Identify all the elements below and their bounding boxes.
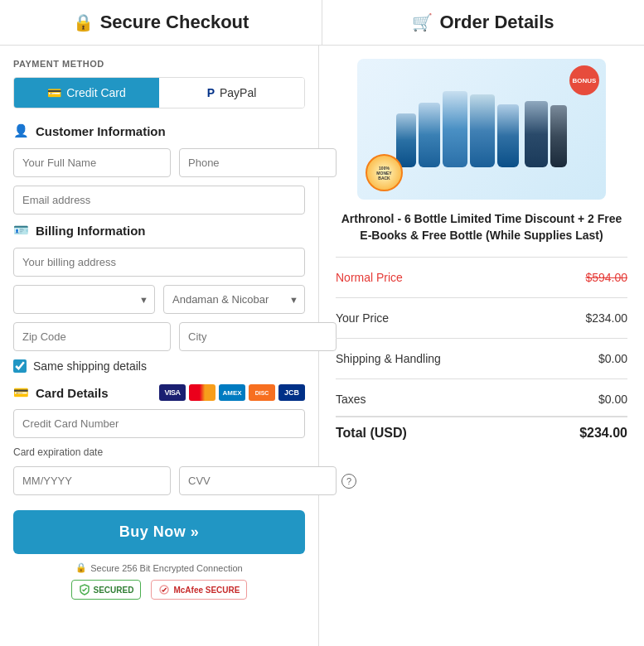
expiry-date-label: Card expiration date	[13, 446, 305, 458]
card-details-icon: 💳	[13, 385, 29, 400]
credit-card-tab[interactable]: 💳 Credit Card	[14, 78, 159, 108]
bottle-3	[443, 91, 467, 167]
product-title: Arthronol - 6 Bottle Limited Time Discou…	[336, 211, 627, 243]
full-name-input[interactable]	[13, 148, 171, 177]
mastercard-icon	[189, 384, 215, 401]
lock-icon: 🔒	[73, 12, 94, 32]
mcafee-badge-label: McAfee SECURE	[173, 586, 240, 595]
visa-icon: VISA	[159, 384, 186, 401]
jcb-icon: JCB	[278, 384, 305, 401]
divider-2	[336, 297, 627, 298]
total-label: Total (USD)	[336, 426, 407, 441]
billing-address-input[interactable]	[13, 248, 305, 277]
taxes-value: $0.00	[598, 393, 627, 406]
taxes-label: Taxes	[336, 393, 366, 406]
security-text: 🔒 Secure 256 Bit Encrypted Connection	[13, 562, 305, 573]
address-row	[13, 248, 305, 277]
guarantee-badge: 100%MONEYBACK	[366, 154, 403, 191]
normal-price-value: $594.00	[585, 271, 627, 284]
credit-card-icon: 💳	[47, 86, 61, 99]
taxes-row: Taxes $0.00	[336, 386, 627, 412]
same-shipping-label: Same shipping details	[33, 359, 147, 373]
shipping-row: Shipping & Handling $0.00	[336, 345, 627, 372]
bonus-badge: BONUS	[569, 65, 599, 95]
customer-info-title: Customer Information	[36, 124, 166, 138]
country-select-wrapper: United States India ▼	[13, 285, 155, 314]
billing-info-header: 🪪 Billing Information	[13, 223, 305, 238]
paypal-label: PayPal	[220, 86, 256, 99]
bottle-4	[470, 94, 495, 167]
same-shipping-checkbox[interactable]	[13, 359, 27, 373]
bottles-group	[396, 91, 567, 167]
card-number-row	[13, 409, 305, 438]
card-number-input[interactable]	[13, 409, 305, 438]
total-row: Total (USD) $234.00	[336, 416, 627, 449]
cart-icon: 🛒	[412, 12, 433, 32]
your-price-label: Your Price	[336, 311, 389, 325]
mcafee-icon	[158, 584, 170, 595]
payment-tabs: 💳 Credit Card P PayPal	[13, 77, 305, 108]
total-value: $234.00	[579, 426, 627, 441]
divider-4	[336, 378, 627, 379]
credit-card-label: Credit Card	[66, 86, 126, 99]
normal-price-label: Normal Price	[336, 271, 403, 284]
shield-icon	[79, 584, 90, 595]
email-input[interactable]	[13, 186, 305, 215]
discover-icon: DISC	[249, 384, 275, 401]
zip-input[interactable]	[13, 322, 171, 351]
customer-info-header: 👤 Customer Information	[13, 123, 305, 138]
product-image-container: BONUS 100%MONEYBACK	[336, 59, 627, 200]
card-section-left: 💳 Card Details	[13, 385, 109, 400]
your-price-row: Your Price $234.00	[336, 305, 627, 331]
header: 🔒 Secure Checkout 🛒 Order Details	[0, 0, 644, 46]
security-label: Secure 256 Bit Encrypted Connection	[90, 563, 242, 573]
product-image: BONUS 100%MONEYBACK	[357, 59, 606, 200]
bottle-1	[396, 113, 416, 167]
secured-badge-label: SECURED	[94, 586, 134, 595]
normal-price-row: Normal Price $594.00	[336, 264, 627, 291]
order-details-title: Order Details	[439, 12, 554, 33]
badges-row: SECURED McAfee SECURE	[13, 580, 305, 600]
right-panel: BONUS 100%MONEYBACK Arthronol - 6 Bottle…	[319, 46, 644, 646]
paypal-tab[interactable]: P PayPal	[159, 78, 304, 108]
bottle-5	[497, 104, 519, 167]
secure-checkout-header: 🔒 Secure Checkout	[0, 0, 322, 45]
divider-3	[336, 338, 627, 339]
divider-1	[336, 257, 627, 258]
secured-badge: SECURED	[71, 580, 142, 600]
state-select[interactable]: Andaman & Nicobar Andhra Pradesh	[163, 285, 305, 314]
name-phone-row	[13, 148, 305, 177]
shipping-label: Shipping & Handling	[336, 352, 441, 365]
lock-small-icon: 🔒	[75, 562, 87, 573]
expiry-input[interactable]	[13, 466, 171, 495]
city-input[interactable]	[179, 322, 337, 351]
email-row	[13, 186, 305, 215]
zip-city-row	[13, 322, 305, 351]
country-state-row: United States India ▼ Andaman & Nicobar …	[13, 285, 305, 314]
cvv-input[interactable]	[179, 466, 337, 495]
phone-input[interactable]	[179, 148, 337, 177]
card-details-header: 💳 Card Details VISA AMEX DISC JCB	[13, 384, 305, 401]
card-icons-group: VISA AMEX DISC JCB	[159, 384, 305, 401]
buy-now-button[interactable]: Buy Now »	[13, 510, 305, 554]
security-row: 🔒 Secure 256 Bit Encrypted Connection SE…	[13, 562, 305, 600]
left-panel: PAYMENT METHOD 💳 Credit Card P PayPal 👤 …	[0, 46, 319, 646]
country-select[interactable]: United States India	[13, 285, 155, 314]
your-price-value: $234.00	[585, 311, 627, 325]
secure-checkout-title: Secure Checkout	[100, 12, 249, 33]
book-2	[550, 105, 567, 167]
customer-icon: 👤	[13, 123, 29, 138]
payment-method-label: PAYMENT METHOD	[13, 59, 305, 69]
page-container: 🔒 Secure Checkout 🛒 Order Details PAYMEN…	[0, 0, 644, 646]
paypal-icon: P	[207, 86, 215, 99]
billing-info-title: Billing Information	[36, 224, 146, 238]
billing-icon: 🪪	[13, 223, 29, 238]
mcafee-badge: McAfee SECURE	[151, 580, 247, 600]
order-details-header: 🛒 Order Details	[322, 0, 644, 45]
main-content: PAYMENT METHOD 💳 Credit Card P PayPal 👤 …	[0, 46, 644, 646]
expiry-cvv-row: ?	[13, 466, 305, 495]
amex-icon: AMEX	[219, 384, 245, 401]
book-1	[525, 101, 548, 167]
state-select-wrapper: Andaman & Nicobar Andhra Pradesh ▼	[163, 285, 305, 314]
same-shipping-row: Same shipping details	[13, 359, 305, 373]
